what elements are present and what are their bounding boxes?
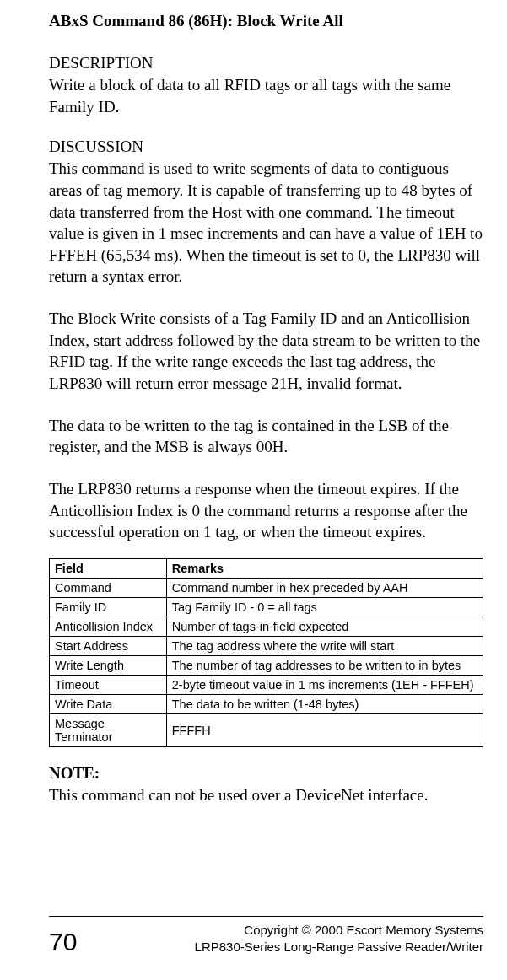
- table-row: Command Command number in hex preceded b…: [50, 578, 483, 597]
- table-header-field: Field: [50, 558, 167, 578]
- table-row: Start Address The tag address where the …: [50, 636, 483, 655]
- table-row: Family ID Tag Family ID - 0 = all tags: [50, 597, 483, 617]
- table-cell-field: Anticollision Index: [50, 617, 167, 636]
- discussion-heading: DISCUSSION: [49, 137, 483, 156]
- table-cell-remarks: FFFFH: [166, 713, 483, 746]
- table-cell-field: Timeout: [50, 675, 167, 694]
- table-cell-field: Command: [50, 578, 167, 597]
- table-row: Write Length The number of tag addresses…: [50, 655, 483, 675]
- discussion-para-2: The Block Write consists of a Tag Family…: [49, 308, 483, 395]
- discussion-para-3: The data to be written to the tag is con…: [49, 415, 483, 458]
- table-cell-field: Start Address: [50, 636, 167, 655]
- table-header-row: Field Remarks: [50, 558, 483, 578]
- table-cell-remarks: Number of tags-in-field expected: [166, 617, 483, 636]
- description-heading: DESCRIPTION: [49, 54, 483, 73]
- table-cell-field: Message Terminator: [50, 713, 167, 746]
- page-title: ABxS Command 86 (86H): Block Write All: [49, 12, 483, 30]
- footer-product: LRP830-Series Long-Range Passive Reader/…: [195, 939, 483, 956]
- discussion-para-1: This command is used to write segments o…: [49, 158, 483, 288]
- footer-text: Copyright © 2000 Escort Memory Systems L…: [195, 922, 483, 955]
- table-cell-field: Family ID: [50, 597, 167, 617]
- page-footer: 70 Copyright © 2000 Escort Memory System…: [49, 916, 483, 955]
- page-number: 70: [49, 929, 77, 955]
- table-row: Message Terminator FFFFH: [50, 713, 483, 746]
- table-cell-remarks: 2-byte timeout value in 1 ms increments …: [166, 675, 483, 694]
- footer-rule: [49, 916, 483, 917]
- field-remarks-table: Field Remarks Command Command number in …: [49, 558, 483, 747]
- table-cell-field: Write Length: [50, 655, 167, 675]
- description-body: Write a block of data to all RFID tags o…: [49, 74, 483, 117]
- footer-copyright: Copyright © 2000 Escort Memory Systems: [195, 922, 483, 939]
- discussion-para-4: The LRP830 returns a response when the t…: [49, 478, 483, 543]
- table-row: Anticollision Index Number of tags-in-fi…: [50, 617, 483, 636]
- table-header-remarks: Remarks: [166, 558, 483, 578]
- table-cell-remarks: Tag Family ID - 0 = all tags: [166, 597, 483, 617]
- note-heading: NOTE:: [49, 764, 483, 783]
- note-body: This command can not be used over a Devi…: [49, 784, 483, 806]
- table-row: Timeout 2-byte timeout value in 1 ms inc…: [50, 675, 483, 694]
- table-row: Write Data The data to be written (1-48 …: [50, 694, 483, 713]
- table-cell-field: Write Data: [50, 694, 167, 713]
- table-cell-remarks: The data to be written (1-48 bytes): [166, 694, 483, 713]
- table-cell-remarks: The number of tag addresses to be writte…: [166, 655, 483, 675]
- table-cell-remarks: Command number in hex preceded by AAH: [166, 578, 483, 597]
- table-cell-remarks: The tag address where the write will sta…: [166, 636, 483, 655]
